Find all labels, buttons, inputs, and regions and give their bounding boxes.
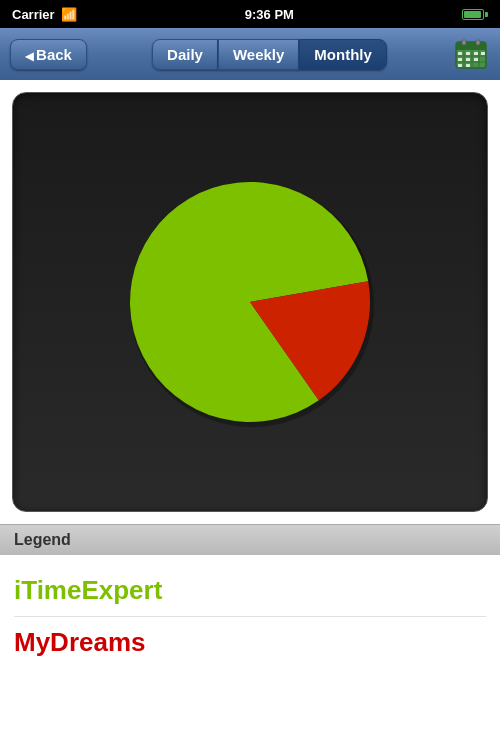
legend-item-red: MyDreams — [14, 617, 486, 668]
legend-label-itimeexpert: iTimeExpert — [14, 575, 162, 605]
toolbar: Back Daily Weekly Monthly — [0, 28, 500, 80]
status-battery — [462, 9, 488, 20]
carrier-label: Carrier — [12, 7, 55, 22]
wifi-icon: 📶 — [61, 7, 77, 22]
svg-rect-14 — [474, 58, 478, 61]
back-button[interactable]: Back — [10, 39, 87, 70]
svg-rect-17 — [462, 40, 466, 45]
legend-label-mydreams: MyDreams — [14, 627, 146, 657]
calendar-icon — [455, 39, 487, 69]
svg-rect-10 — [474, 52, 478, 55]
svg-rect-9 — [466, 52, 470, 55]
legend-title: Legend — [14, 531, 71, 548]
calendar-button[interactable] — [452, 36, 490, 72]
tab-monthly[interactable]: Monthly — [299, 39, 387, 70]
tab-weekly[interactable]: Weekly — [218, 39, 299, 70]
battery-indicator — [462, 9, 488, 20]
status-time: 9:36 PM — [77, 7, 462, 22]
pie-chart — [110, 162, 390, 442]
svg-rect-2 — [456, 48, 486, 50]
tab-daily[interactable]: Daily — [152, 39, 218, 70]
svg-rect-13 — [466, 58, 470, 61]
svg-rect-11 — [481, 52, 485, 55]
svg-rect-16 — [466, 64, 470, 67]
segment-control: Daily Weekly Monthly — [93, 39, 446, 70]
legend-item-green: iTimeExpert — [14, 565, 486, 617]
svg-rect-15 — [458, 64, 462, 67]
status-carrier: Carrier 📶 — [12, 7, 77, 22]
status-bar: Carrier 📶 9:36 PM — [0, 0, 500, 28]
legend-header: Legend — [0, 524, 500, 555]
svg-rect-8 — [458, 52, 462, 55]
chart-area — [12, 92, 488, 512]
legend-items: iTimeExpert MyDreams — [0, 555, 500, 678]
svg-rect-18 — [476, 40, 480, 45]
svg-rect-12 — [458, 58, 462, 61]
